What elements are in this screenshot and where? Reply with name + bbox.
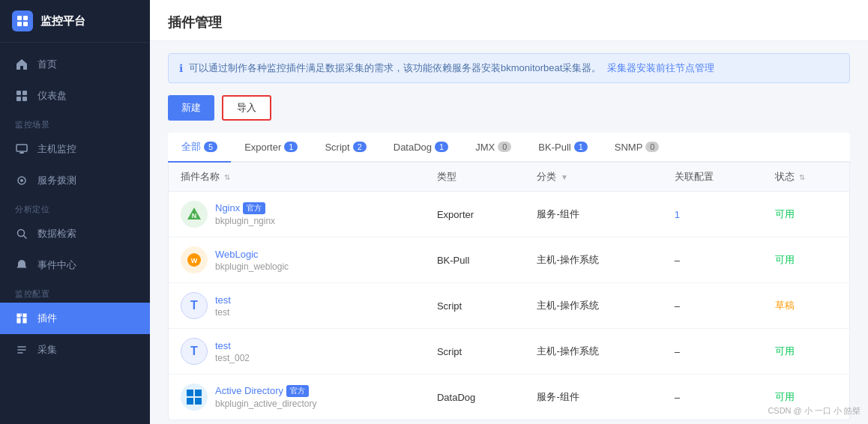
info-bar-text: 可以通过制作各种监控插件满足数据采集的需求，该功能依赖服务器安装bkmonito…	[189, 61, 601, 75]
tab-label: Exporter	[244, 142, 281, 153]
svg-text:N: N	[192, 212, 197, 219]
sidebar-item-host[interactable]: 主机监控	[0, 133, 150, 165]
plugin-name-col: T test test_002	[181, 338, 413, 365]
plugin-sub: test	[215, 307, 231, 318]
sidebar-item-home[interactable]: 首页	[0, 49, 150, 80]
plugin-table-container: 插件名称 ⇅ 类型 分类 ▼ 关联配置 状态 ⇅ N Nginx官方	[168, 163, 850, 420]
official-badge: 官方	[286, 385, 309, 397]
new-button[interactable]: 新建	[168, 95, 214, 121]
sidebar-item-service[interactable]: 服务拨测	[0, 165, 150, 196]
col-linked-config: –	[663, 375, 764, 420]
home-icon	[15, 58, 28, 71]
plugin-name-col: N Nginx官方 bkplugin_nginx	[181, 201, 413, 228]
sidebar-item-dashboard-label: 仪表盘	[37, 89, 67, 103]
svg-rect-5	[22, 91, 27, 95]
tab-snmp[interactable]: SNMP 0	[601, 133, 673, 163]
col-linked-config: –	[663, 283, 764, 329]
service-icon	[15, 174, 28, 187]
plugin-icon: T	[181, 338, 208, 365]
search-icon	[15, 227, 28, 240]
tab-label: JMX	[475, 142, 495, 153]
sidebar-item-collect-label: 采集	[37, 343, 57, 357]
col-name: N Nginx官方 bkplugin_nginx	[169, 192, 425, 237]
col-type: Exporter	[425, 192, 525, 237]
linked-config-value: –	[675, 392, 680, 403]
sidebar-item-events[interactable]: 事件中心	[0, 249, 150, 281]
plugin-name-row: test	[215, 294, 231, 306]
content-area: ℹ 可以通过制作各种监控插件满足数据采集的需求，该功能依赖服务器安装bkmoni…	[150, 41, 868, 424]
section-label-monitor-config: 监控配置	[0, 281, 150, 303]
tab-label: Script	[325, 142, 349, 153]
plugin-name-link[interactable]: Nginx	[215, 202, 240, 213]
tab-script[interactable]: Script 2	[311, 133, 379, 163]
plugin-name-row: WebLogic	[215, 249, 289, 260]
col-linked-config: –	[663, 237, 764, 283]
sidebar-item-data-search[interactable]: 数据检索	[0, 218, 150, 249]
section-label-analysis: 分析定位	[0, 196, 150, 218]
col-status: 可用	[763, 237, 849, 283]
page-title: 插件管理	[168, 13, 850, 31]
tabs: 全部 5Exporter 1Script 2DataDog 1JMX 0BK-P…	[168, 133, 850, 163]
plugin-name-link[interactable]: WebLogic	[215, 249, 259, 260]
import-button[interactable]: 导入	[222, 95, 271, 121]
tab-bkpull[interactable]: BK-Pull 1	[525, 133, 600, 163]
svg-rect-24	[187, 398, 193, 405]
event-icon	[15, 258, 28, 272]
sidebar-item-plugin[interactable]: 插件	[0, 303, 150, 334]
logo-icon	[16, 15, 28, 27]
plugin-icon	[15, 312, 28, 325]
table-row: N Nginx官方 bkplugin_nginx Exporter 服务-组件 …	[169, 192, 849, 237]
sidebar-item-dashboard[interactable]: 仪表盘	[0, 80, 150, 112]
tab-count: 0	[645, 142, 659, 152]
tab-label: SNMP	[615, 142, 643, 153]
linked-config-link[interactable]: 1	[675, 209, 680, 220]
tab-count: 1	[284, 142, 298, 152]
plugin-name-link[interactable]: test	[215, 340, 231, 351]
table-row: T test test Script 主机-操作系统 – 草稿	[169, 283, 849, 329]
dashboard-icon	[15, 89, 28, 103]
col-category: 服务-组件	[525, 192, 662, 237]
info-bar-link[interactable]: 采集器安装前往节点管理	[607, 61, 714, 75]
tab-datadog[interactable]: DataDog 1	[380, 133, 462, 163]
collect-icon	[15, 343, 28, 357]
col-name: Active Directory官方 bkplugin_active_direc…	[169, 375, 425, 420]
plugin-info: Active Directory官方 bkplugin_active_direc…	[215, 385, 316, 410]
info-bar: ℹ 可以通过制作各种监控插件满足数据采集的需求，该功能依赖服务器安装bkmoni…	[168, 53, 850, 83]
plugin-name-col: T test test	[181, 292, 413, 319]
plugin-icon: W	[181, 246, 208, 273]
linked-config-value: –	[675, 255, 680, 266]
svg-rect-8	[16, 145, 27, 151]
info-icon: ℹ	[179, 62, 183, 74]
tab-exporter[interactable]: Exporter 1	[231, 133, 311, 163]
svg-rect-25	[195, 398, 202, 405]
svg-rect-3	[23, 22, 28, 26]
tab-count: 1	[435, 142, 448, 152]
plugin-info: test test_002	[215, 340, 250, 363]
tab-all[interactable]: 全部 5	[168, 133, 231, 163]
tab-count: 1	[574, 142, 588, 152]
plugin-name-link[interactable]: test	[215, 294, 231, 306]
plugin-name-link[interactable]: Active Directory	[215, 385, 283, 396]
col-name: T test test	[169, 283, 425, 329]
col-linked-config: 1	[663, 192, 764, 237]
col-status: 草稿	[763, 283, 849, 329]
plugin-name-col: Active Directory官方 bkplugin_active_direc…	[181, 384, 413, 411]
sort-name-icon: ⇅	[224, 173, 230, 181]
col-category: 主机-操作系统	[525, 329, 662, 375]
col-category: 主机-操作系统	[525, 237, 662, 283]
plugin-sub: bkplugin_weblogic	[215, 261, 289, 272]
tab-label: DataDog	[394, 142, 432, 153]
tab-count: 0	[498, 142, 511, 152]
tab-label: 全部	[181, 140, 201, 154]
tab-count: 5	[204, 142, 217, 152]
tab-jmx[interactable]: JMX 0	[462, 133, 525, 163]
col-name: W WebLogic bkplugin_weblogic	[169, 237, 425, 283]
tab-count: 2	[353, 142, 367, 152]
col-header-type: 类型	[425, 163, 525, 192]
svg-rect-0	[17, 16, 22, 20]
plugin-info: Nginx官方 bkplugin_nginx	[215, 202, 275, 227]
page-header: 插件管理	[150, 0, 868, 41]
sidebar-item-collect[interactable]: 采集	[0, 334, 150, 366]
svg-rect-22	[187, 390, 193, 396]
plugin-icon	[181, 384, 208, 411]
